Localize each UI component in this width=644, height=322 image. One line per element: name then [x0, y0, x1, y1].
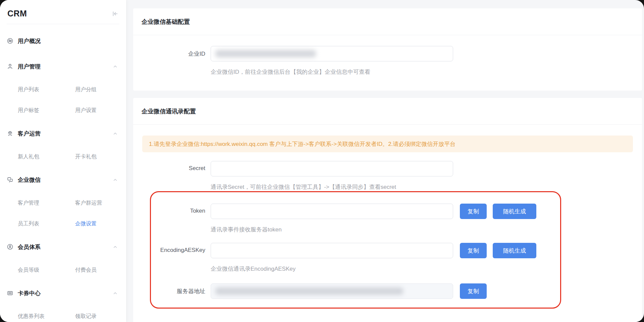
secret-input[interactable]: [211, 161, 453, 176]
base-config-header: 企业微信基础配置: [133, 8, 642, 35]
chevron-up-icon: [113, 64, 117, 69]
server-url-row: 服务器地址 复制: [142, 283, 634, 299]
sidebar-item-membership[interactable]: 会员体系: [7, 234, 119, 260]
sidebar-sub-row: 会员等级 付费会员: [7, 260, 119, 280]
aes-key-help: 企业微信通讯录EncodingAESKey: [211, 265, 536, 273]
sidebar-item-user-overview[interactable]: 用户概况: [7, 28, 119, 54]
base-config-card: 企业微信基础配置 企业ID 企业微信ID，前往企业微信后台【我的企业】企业信息中…: [133, 8, 642, 91]
main-content: 企业微信基础配置 企业ID 企业微信ID，前往企业微信后台【我的企业】企业信息中…: [126, 0, 644, 322]
sidebar-sub-row: 新人礼包 开卡礼包: [7, 146, 119, 167]
sidebar-item-wechat-settings-active[interactable]: 企微设置: [75, 220, 119, 227]
corp-id-label: 企业ID: [142, 46, 205, 58]
sidebar-sub-row: 用户标签 用户设置: [7, 100, 119, 121]
sidebar-item-user-group[interactable]: 用户分组: [75, 86, 119, 93]
sidebar-sub-row: 员工列表 企微设置: [7, 213, 119, 234]
secret-help: 通讯录Secret，可前往企业微信【管理工具】->【通讯录同步】查看secret: [211, 183, 453, 191]
sidebar-item-member-level[interactable]: 会员等级: [18, 267, 75, 274]
corp-id-help: 企业微信ID，前往企业微信后台【我的企业】企业信息中可查看: [211, 68, 453, 76]
sidebar-item-user-tags[interactable]: 用户标签: [18, 107, 75, 114]
token-copy-button[interactable]: 复制: [460, 204, 487, 219]
server-url-label: 服务器地址: [142, 283, 205, 295]
server-url-copy-button[interactable]: 复制: [460, 283, 487, 299]
brand-row: CRM: [7, 7, 119, 24]
sidebar-item-claim-records[interactable]: 领取记录: [75, 313, 119, 320]
aes-key-row: EncodingAESKey 复制 随机生成 企业微信通讯录EncodingAE…: [142, 243, 634, 283]
user-icon: [7, 63, 13, 70]
app-window: CRM 用户概况 用户管理: [0, 0, 644, 322]
token-random-generate-button[interactable]: 随机生成: [493, 204, 536, 219]
aes-key-copy-button[interactable]: 复制: [460, 243, 487, 258]
addressbook-config-title: 企业微信通讯录配置: [142, 107, 196, 115]
sidebar-sub-row: 优惠券列表 领取记录: [7, 306, 119, 322]
server-url-input: [211, 283, 453, 299]
chevron-up-icon: [113, 178, 117, 182]
chevron-up-icon: [113, 131, 117, 136]
warning-text: 1.请先登录企业微信:https://work.weixin.qq.com 客户…: [149, 140, 455, 148]
sidebar-sub-row: 用户列表 用户分组: [7, 79, 119, 100]
sidebar-group-label: 用户管理: [18, 63, 41, 70]
sidebar-item-customer-ops[interactable]: 客户运营: [7, 121, 119, 146]
customer-ops-icon: [7, 130, 13, 137]
app-title: CRM: [7, 9, 27, 18]
sidebar-item-staff-list[interactable]: 员工列表: [18, 220, 75, 227]
sidebar-group-label: 企业微信: [18, 176, 41, 184]
card-icon: [7, 290, 13, 297]
token-label: Token: [142, 204, 205, 214]
chevron-up-icon: [113, 245, 117, 249]
addressbook-config-body: 1.请先登录企业微信:https://work.weixin.qq.com 客户…: [133, 125, 642, 322]
member-icon: [7, 244, 13, 250]
sidebar-group-label: 卡券中心: [18, 289, 41, 297]
sidebar-item-card-pack[interactable]: 开卡礼包: [75, 153, 119, 160]
base-config-body: 企业ID 企业微信ID，前往企业微信后台【我的企业】企业信息中可查看: [133, 35, 642, 91]
addressbook-config-header: 企业微信通讯录配置: [133, 98, 642, 125]
corp-id-row: 企业ID 企业微信ID，前往企业微信后台【我的企业】企业信息中可查看: [142, 46, 634, 76]
token-help: 通讯录事件接收服务器token: [211, 226, 536, 233]
token-input[interactable]: [211, 204, 453, 219]
aes-key-input[interactable]: [211, 243, 453, 258]
sidebar-item-customer-group-ops[interactable]: 客户群运营: [75, 200, 119, 207]
sidebar-sub-row: 客户管理 客户群运营: [7, 193, 119, 213]
sidebar-item-user-settings[interactable]: 用户设置: [75, 107, 119, 114]
wechat-work-icon: [7, 176, 13, 183]
sidebar-group-label: 会员体系: [18, 243, 41, 251]
aes-key-label: EncodingAESKey: [142, 243, 205, 254]
sidebar-collapse-icon[interactable]: [111, 10, 119, 17]
addressbook-config-card: 企业微信通讯录配置 1.请先登录企业微信:https://work.weixin…: [133, 98, 642, 322]
sidebar-item-coupon-list[interactable]: 优惠券列表: [18, 313, 75, 320]
sidebar-item-newcomer-pack[interactable]: 新人礼包: [18, 153, 75, 160]
secret-row: Secret 通讯录Secret，可前往企业微信【管理工具】->【通讯录同步】查…: [142, 161, 634, 204]
corp-id-input[interactable]: [211, 46, 453, 61]
aes-key-random-generate-button[interactable]: 随机生成: [493, 243, 536, 258]
sidebar-group-label: 用户概况: [18, 37, 41, 45]
sidebar-item-wechat-work[interactable]: 企业微信: [7, 167, 119, 193]
sidebar-group-label: 客户运营: [18, 130, 41, 138]
users-overview-icon: [7, 38, 13, 44]
sidebar: CRM 用户概况 用户管理: [0, 0, 126, 322]
secret-label: Secret: [142, 161, 205, 172]
sidebar-divider: [7, 24, 119, 24]
token-row: Token 复制 随机生成 通讯录事件接收服务器token: [142, 204, 634, 243]
sidebar-item-customer-management[interactable]: 客户管理: [18, 200, 75, 207]
base-config-title: 企业微信基础配置: [142, 18, 190, 26]
chevron-up-icon: [113, 291, 117, 296]
sidebar-item-paid-member[interactable]: 付费会员: [75, 267, 119, 274]
sidebar-item-card-center[interactable]: 卡券中心: [7, 280, 119, 306]
sidebar-item-user-list[interactable]: 用户列表: [18, 86, 75, 93]
sidebar-item-user-management[interactable]: 用户管理: [7, 54, 119, 79]
warning-banner: 1.请先登录企业微信:https://work.weixin.qq.com 客户…: [142, 136, 633, 152]
